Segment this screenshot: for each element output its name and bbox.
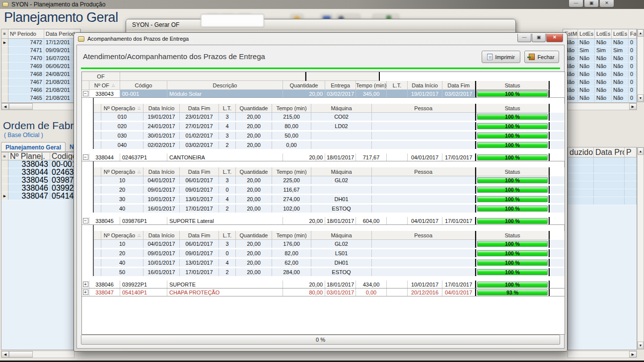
op-col-header-pes[interactable]: Pessoa: [372, 167, 475, 176]
period-row-right[interactable]: NãoNãoNãoNão0: [563, 86, 637, 94]
planej-row[interactable]: ▶338047054140P1: [1, 192, 80, 200]
toolbar-input[interactable]: [201, 14, 264, 27]
period-row[interactable]: 746721/08/201: [1, 78, 80, 86]
expander-cell[interactable]: −: [82, 217, 89, 224]
op-col-header-din[interactable]: Data Início: [143, 231, 180, 240]
planej-hscrollbar[interactable]: ◀: [1, 351, 74, 358]
col-header-cod[interactable]: Código: [120, 81, 167, 90]
col-header-data-prod[interactable]: Data Prod.: [594, 147, 625, 157]
expander-cell[interactable]: −: [82, 153, 89, 161]
dialog-close-icon[interactable]: ✕: [546, 34, 563, 42]
planej-row[interactable]: 33804300-001: [1, 160, 80, 168]
period-row-right[interactable]: NãoNãoNãoNão0: [563, 71, 637, 78]
planej-header-right[interactable]: duzido Data Prod. P: [568, 147, 637, 157]
period-row-right[interactable]: NãoSimSimSim0: [563, 47, 637, 55]
periods-hscrollbar[interactable]: ◀: [1, 103, 75, 110]
op-col-header-lt[interactable]: L.T.: [219, 231, 236, 240]
col-header-status[interactable]: Status: [476, 81, 550, 90]
planej-vscrollbar[interactable]: ▲ ▼: [637, 147, 644, 350]
op-col-header-din[interactable]: Data Início: [143, 104, 180, 113]
periods-hscrollbar-right[interactable]: ▶: [568, 103, 637, 110]
periods-header-right[interactable]: EstMiLotEsLotEsLotEsFas: [563, 29, 637, 39]
planej-row[interactable]: 338045039876P1: [1, 176, 80, 184]
print-button[interactable]: Imprimir: [482, 51, 520, 63]
collapse-icon[interactable]: −: [83, 218, 88, 223]
op-col-header-qtd[interactable]: Quantidade: [236, 231, 272, 240]
periods-vscrollbar[interactable]: ▲ ▼: [637, 29, 644, 102]
scroll-left-icon[interactable]: ◀: [1, 351, 9, 358]
expander-cell[interactable]: +: [82, 281, 89, 288]
scroll-right-icon[interactable]: ▶: [629, 351, 637, 358]
scroll-left-icon[interactable]: ◀: [1, 103, 9, 110]
dialog-titlebar[interactable]: Acompanhamento dos Prazos de Entrega: [74, 33, 567, 45]
planej-row-right[interactable]: [568, 181, 637, 189]
planej-row-right[interactable]: [568, 173, 637, 181]
restore-icon[interactable]: ▣: [584, 0, 599, 7]
col-header-nplanej[interactable]: Nº Planej.: [8, 152, 50, 160]
op-col-header-dfi[interactable]: Data Fim: [180, 167, 219, 176]
op-col-header-dfi[interactable]: Data Fim: [180, 231, 219, 240]
order-row[interactable]: +338046039922P1SUPORTE20,0018/01/2017434…: [82, 281, 565, 289]
col-header-nof[interactable]: Nº OF△: [89, 81, 120, 90]
period-row[interactable]: 747109/09/201: [1, 47, 80, 55]
col-header-din[interactable]: Data Início: [408, 81, 442, 90]
period-row[interactable]: 746621/08/201: [1, 86, 80, 94]
operation-row[interactable]: 4016/01/201717/01/2017220,00102,00ESTOQ1…: [94, 205, 565, 213]
col-header-p[interactable]: P: [625, 147, 637, 157]
col-header[interactable]: LotEs: [595, 29, 612, 38]
operation-row[interactable]: 03030/01/201701/02/2017320,0050,00100 %: [94, 132, 565, 140]
operation-row[interactable]: 2009/01/201709/01/2017020,0082,00LS01100…: [94, 249, 565, 257]
expand-icon[interactable]: +: [83, 282, 88, 287]
period-row[interactable]: 746906/06/201: [1, 63, 80, 71]
period-row-right[interactable]: NãoNãoNãoNão0: [563, 63, 637, 71]
operation-row[interactable]: 1004/01/201706/01/2017320,00225,00GL0210…: [94, 176, 565, 184]
order-row[interactable]: −33804300-001Módulo Solar20,0003/02/2017…: [82, 90, 565, 98]
op-col-header-op[interactable]: Nº Operação△: [101, 167, 143, 176]
order-row[interactable]: +338047054140P1CHAPA PROTEÇÃO80,0003/01/…: [82, 289, 565, 296]
period-row-right[interactable]: NãoNãoNãoNão0: [563, 55, 637, 63]
main-window-titlebar[interactable]: SYON - Planejamento da Produção — ▣ ✕: [0, 0, 644, 9]
planej-row[interactable]: 338046039922P1: [1, 184, 80, 192]
op-col-header-lt[interactable]: L.T.: [219, 167, 236, 176]
operation-row[interactable]: 5016/01/201717/01/2017220,00284,00ESTOQ1…: [94, 268, 565, 276]
col-header-dfi[interactable]: Data Fim: [442, 81, 475, 90]
planej-row-right[interactable]: [568, 165, 637, 173]
op-col-header-lt[interactable]: L.T.: [219, 104, 236, 113]
order-row[interactable]: −338044024637P1CANTONEIRA20,0018/01/2017…: [82, 153, 565, 161]
op-col-header-maq[interactable]: Máquina: [311, 167, 372, 176]
periods-header[interactable]: ≣ Nº Periodo Data Período: [1, 29, 80, 39]
scroll-thumb[interactable]: [9, 351, 33, 358]
dialog-minimize-icon[interactable]: —: [517, 34, 531, 42]
col-header-qtd[interactable]: Quantidade: [283, 81, 325, 90]
scroll-up-icon[interactable]: ▲: [638, 147, 644, 155]
close-button[interactable]: Fechar: [524, 51, 559, 63]
col-header-lt[interactable]: L.T.: [387, 81, 408, 90]
order-row[interactable]: −338045039876P1SUPORTE Lateral20,0018/01…: [82, 217, 565, 225]
op-col-header-pes[interactable]: Pessoa: [372, 104, 475, 113]
collapse-icon[interactable]: −: [83, 154, 88, 160]
operation-row[interactable]: 04002/02/201703/02/2017220,000,00100 %: [94, 141, 565, 149]
period-row[interactable]: 747016/07/201: [1, 55, 80, 63]
scroll-thumb[interactable]: [9, 103, 33, 110]
close-icon[interactable]: ✕: [599, 0, 614, 7]
col-header-periodo[interactable]: Nº Periodo: [8, 29, 44, 38]
op-col-header-status[interactable]: Status: [476, 167, 550, 176]
op-col-header-tmp[interactable]: Tempo (min): [272, 231, 311, 240]
operation-row[interactable]: 1004/01/201706/01/2017320,00176,00GL0210…: [94, 240, 565, 248]
operation-row[interactable]: 01019/01/201723/01/2017320,00215,00CO021…: [94, 113, 565, 121]
op-col-header-dfi[interactable]: Data Fim: [180, 104, 219, 113]
planej-header[interactable]: ≣ Nº Planej. Codigo: [1, 152, 80, 160]
op-col-header-qtd[interactable]: Quantidade: [236, 104, 272, 113]
planej-row-right[interactable]: [568, 197, 637, 205]
planej-row-right[interactable]: [568, 189, 637, 197]
planej-row-right[interactable]: [568, 157, 637, 165]
minimize-icon[interactable]: —: [569, 0, 583, 7]
planej-row[interactable]: 338044024637P1: [1, 168, 80, 176]
col-header[interactable]: Fas: [629, 29, 637, 38]
scroll-down-icon[interactable]: ▼: [638, 342, 644, 349]
op-col-header-op[interactable]: Nº Operação△: [101, 104, 143, 113]
op-col-header-status[interactable]: Status: [476, 104, 550, 113]
tab-planejamento-geral[interactable]: Planejamento Geral: [1, 142, 66, 151]
operation-row[interactable]: 4010/01/201713/01/2017420,0062,00DH01100…: [94, 259, 565, 267]
prazos-dialog[interactable]: Acompanhamento dos Prazos de Entrega — ▣…: [73, 32, 568, 352]
